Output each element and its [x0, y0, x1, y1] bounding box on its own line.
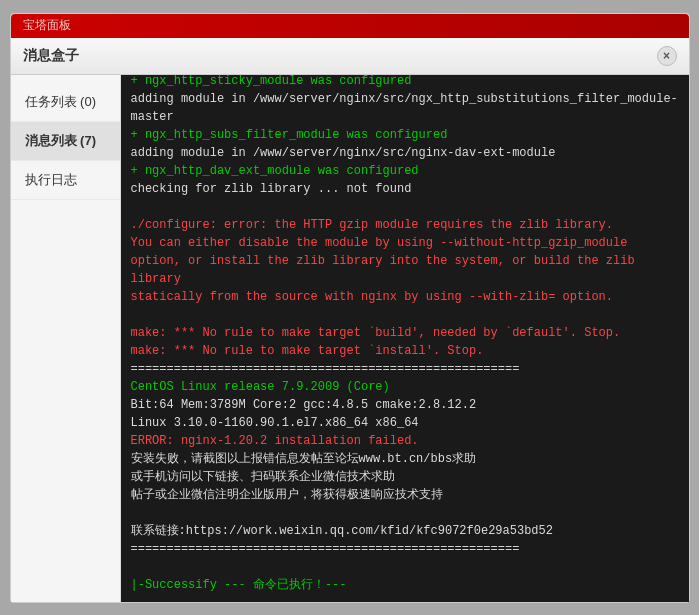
brand-bar: 宝塔面板 — [11, 14, 689, 38]
terminal-line: ERROR: nginx-1.20.2 installation failed. — [131, 432, 679, 450]
terminal-line: checking for zlib library ... not found — [131, 180, 679, 198]
terminal-line: statically from the source with nginx by… — [131, 288, 679, 306]
terminal-line: 帖子或企业微信注明企业版用户，将获得极速响应技术支持 — [131, 486, 679, 504]
terminal-line: You can either disable the module by usi… — [131, 234, 679, 252]
terminal-line: 安装失败，请截图以上报错信息发帖至论坛www.bt.cn/bbs求助 — [131, 450, 679, 468]
terminal-line: ========================================… — [131, 540, 679, 558]
message-dialog: 宝塔面板 消息盒子 × 任务列表 (0) 消息列表 (7) 执行日志 + ngx… — [10, 13, 690, 603]
terminal-line: 联系链接:https://work.weixin.qq.com/kfid/kfc… — [131, 522, 679, 540]
terminal-line: adding module in /www/server/nginx/src/n… — [131, 144, 679, 162]
dialog-overlay: 宝塔面板 消息盒子 × 任务列表 (0) 消息列表 (7) 执行日志 + ngx… — [0, 0, 699, 615]
sidebar-item-exec-log[interactable]: 执行日志 — [11, 161, 120, 200]
close-button[interactable]: × — [657, 46, 677, 66]
terminal-line — [131, 504, 679, 522]
terminal-line — [131, 306, 679, 324]
sidebar-item-task-list[interactable]: 任务列表 (0) — [11, 83, 120, 122]
terminal-line: CentOS Linux release 7.9.2009 (Core) — [131, 378, 679, 396]
terminal-line: |-Successify --- 命令已执行！--- — [131, 576, 679, 594]
sidebar-item-message-list[interactable]: 消息列表 (7) — [11, 122, 120, 161]
terminal-line: Linux 3.10.0-1160.90.1.el7.x86_64 x86_64 — [131, 414, 679, 432]
terminal-line: + ngx_http_subs_filter_module was config… — [131, 126, 679, 144]
terminal-line: ./configure: error: the HTTP gzip module… — [131, 216, 679, 234]
dialog-header: 消息盒子 × — [11, 38, 689, 75]
dialog-title: 消息盒子 — [23, 47, 79, 65]
terminal-line: + ngx_http_sticky_module was configured — [131, 75, 679, 90]
terminal-line: ========================================… — [131, 360, 679, 378]
brand-text: 宝塔面板 — [23, 17, 71, 34]
terminal-output[interactable]: + ngx_http_sticky_module was configureda… — [121, 75, 689, 602]
terminal-line: make: *** No rule to make target `instal… — [131, 342, 679, 360]
terminal-line: option, or install the zlib library into… — [131, 252, 679, 270]
main-content: + ngx_http_sticky_module was configureda… — [121, 75, 689, 602]
dialog-body: 任务列表 (0) 消息列表 (7) 执行日志 + ngx_http_sticky… — [11, 75, 689, 602]
terminal-line: make: *** No rule to make target `build'… — [131, 324, 679, 342]
terminal-line: adding module in /www/server/nginx/src/n… — [131, 90, 679, 126]
terminal-line: + ngx_http_dav_ext_module was configured — [131, 162, 679, 180]
terminal-line — [131, 198, 679, 216]
terminal-line — [131, 558, 679, 576]
terminal-line: library — [131, 270, 679, 288]
terminal-line: Bit:64 Mem:3789M Core:2 gcc:4.8.5 cmake:… — [131, 396, 679, 414]
sidebar: 任务列表 (0) 消息列表 (7) 执行日志 — [11, 75, 121, 602]
terminal-line: 或手机访问以下链接、扫码联系企业微信技术求助 — [131, 468, 679, 486]
